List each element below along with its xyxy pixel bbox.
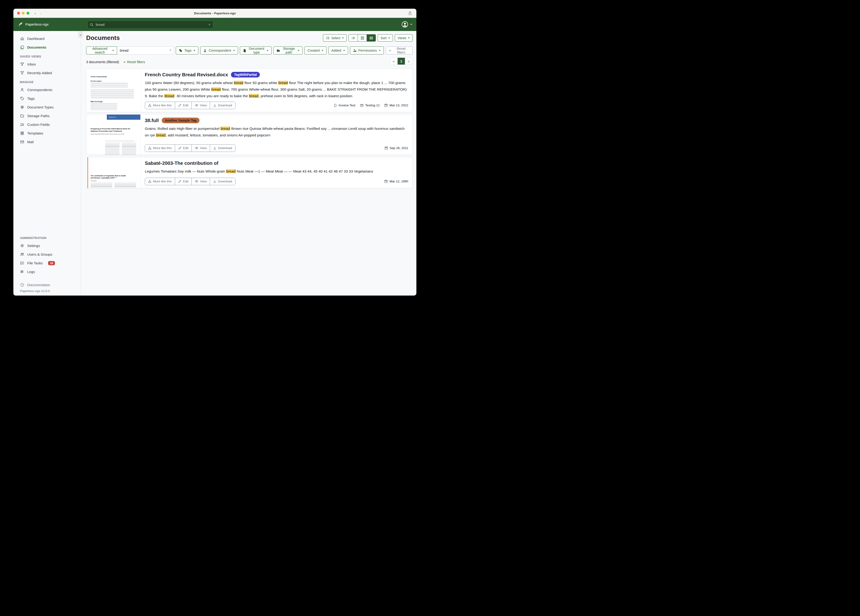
download-button[interactable]: Download: [210, 145, 235, 152]
download-icon: [213, 180, 217, 183]
sidebar-item-templates[interactable]: Templates: [13, 129, 81, 138]
user-menu[interactable]: [401, 21, 412, 28]
search-hit-highlight: bread: [211, 87, 221, 91]
caret-down-icon: [193, 50, 195, 51]
sidebar-item-storage-paths[interactable]: Storage Paths: [13, 112, 81, 120]
gear-icon: [20, 244, 24, 248]
custom-fields-icon: [20, 123, 24, 127]
envelope-icon: [20, 140, 24, 144]
folder-icon: [20, 114, 24, 118]
pagination-page-1[interactable]: 1: [397, 58, 405, 64]
pencil-icon: [178, 146, 181, 150]
view-mode-cards-button[interactable]: [367, 35, 375, 41]
document-created-date[interactable]: Mar 12, 1990: [384, 179, 408, 183]
sort-button[interactable]: Sort: [378, 34, 393, 42]
sidebar-item-dashboard[interactable]: Dashboard: [13, 34, 81, 43]
action-label: More like this: [153, 104, 172, 107]
funnel-icon: [20, 71, 24, 75]
documents-toolbar: Select: [323, 34, 413, 42]
document-title[interactable]: French Country Bread Revised.docx: [145, 72, 228, 77]
document-thumbnail[interactable]: French Country BreadFor the LeavenMake t…: [86, 69, 141, 112]
sidebar-item-correspondents[interactable]: Correspondents: [13, 85, 81, 94]
filter-correspondent-button[interactable]: Correspondent: [200, 47, 238, 55]
filter-query-input[interactable]: [117, 47, 174, 55]
sidebar-item-documents[interactable]: Documents: [13, 43, 81, 52]
back-button[interactable]: ‹: [35, 11, 36, 15]
edit-button[interactable]: Edit: [175, 145, 191, 152]
sidebar-item-inbox[interactable]: Inbox: [13, 60, 81, 69]
filter-permissions-button[interactable]: Permissions: [350, 47, 384, 55]
document-type[interactable]: Testing 12: [360, 104, 380, 107]
folder-fill-icon: [276, 49, 280, 52]
pagination-prev-button[interactable]: «: [390, 58, 397, 64]
document-thumbnail-page: Nutrition FYIPreparing to Prescribe Plan…: [86, 115, 140, 155]
views-button[interactable]: Views: [395, 34, 413, 42]
reset-filters-link[interactable]: Reset filters: [123, 60, 145, 64]
global-search-input[interactable]: [95, 22, 206, 27]
clear-search-icon[interactable]: [208, 23, 211, 26]
sidebar-item-users-groups[interactable]: Users & Groups: [13, 250, 81, 259]
sidebar-item-tags[interactable]: Tags: [13, 94, 81, 103]
minimize-button[interactable]: [22, 12, 25, 14]
sidebar-item-document-types[interactable]: Document Types: [13, 103, 81, 112]
document-thumbnail[interactable]: The contribution of vegetarian diets to …: [86, 157, 141, 188]
filter-tags-button[interactable]: Tags: [176, 47, 198, 55]
document-created-date[interactable]: Mar 13, 2022: [384, 104, 408, 107]
document-created-date[interactable]: Sep 26, 2011: [384, 146, 408, 150]
filter-document-type-button[interactable]: Document type: [240, 47, 271, 55]
sidebar-item-custom-fields[interactable]: Custom Fields: [13, 120, 81, 129]
brand[interactable]: Paperless-ngx: [18, 22, 49, 27]
document-title[interactable]: 38.full: [145, 118, 159, 123]
close-button[interactable]: [17, 12, 20, 14]
document-tag[interactable]: TagWithPartial: [231, 72, 260, 77]
documentation-link[interactable]: ? Documentation: [20, 283, 81, 287]
sidebar-item-file-tasks[interactable]: File Tasks16: [13, 259, 81, 267]
more-like-this-button[interactable]: More like this: [145, 145, 175, 152]
zoom-button[interactable]: [27, 12, 29, 14]
reset-filters-button[interactable]: Reset filters: [386, 47, 413, 55]
pagination-next-button[interactable]: »: [405, 58, 413, 64]
document-title[interactable]: Sabaté-2003-The contribution of: [145, 160, 218, 166]
pencil-icon: [178, 104, 181, 107]
hash-icon: [20, 105, 24, 109]
edit-button[interactable]: Edit: [175, 178, 191, 185]
download-button[interactable]: Download: [210, 102, 235, 109]
document-correspondent[interactable]: Invoice Test: [334, 104, 355, 107]
download-button[interactable]: Download: [210, 178, 235, 185]
edit-button[interactable]: Edit: [175, 102, 191, 109]
view-button[interactable]: View: [191, 102, 210, 109]
advanced-search-button[interactable]: Advanced search: [86, 47, 117, 55]
document-card: French Country BreadFor the LeavenMake t…: [86, 69, 413, 112]
select-button[interactable]: Select: [323, 34, 347, 42]
document-tag[interactable]: Another Sample Tag: [162, 118, 199, 123]
filter-created-button[interactable]: Created: [304, 47, 326, 55]
action-label: Download: [218, 146, 232, 150]
search-hit-highlight: bread: [226, 169, 236, 173]
filter-added-button[interactable]: Added: [328, 47, 348, 55]
caret-down-icon: [379, 50, 381, 51]
view-button[interactable]: View: [191, 178, 210, 185]
home-icon: [20, 37, 24, 41]
caret-down-icon: [112, 50, 114, 51]
share-icon[interactable]: [408, 11, 412, 16]
sidebar-item-label: Storage Paths: [27, 114, 50, 118]
sidebar-item-settings[interactable]: Settings: [13, 241, 81, 250]
sidebar-item-mail[interactable]: Mail: [13, 138, 81, 146]
forward-button[interactable]: ›: [40, 11, 41, 15]
caret-down-icon: [322, 50, 323, 51]
view-button[interactable]: View: [191, 145, 210, 152]
document-card: Nutrition FYIPreparing to Prescribe Plan…: [86, 114, 413, 155]
view-mode-list-button[interactable]: [349, 35, 358, 41]
clear-query-icon[interactable]: [169, 49, 172, 52]
more-like-this-button[interactable]: More like this: [145, 178, 175, 185]
user-avatar-icon: [401, 21, 408, 28]
document-thumbnail[interactable]: Nutrition FYIPreparing to Prescribe Plan…: [86, 115, 141, 155]
more-like-this-button[interactable]: More like this: [145, 102, 175, 109]
select-label: Select: [331, 36, 341, 40]
view-mode-grid-button[interactable]: [358, 35, 367, 41]
filter-storage-path-button[interactable]: Storage path: [273, 47, 303, 55]
sidebar-collapse-button[interactable]: «: [78, 31, 83, 38]
sidebar-item-recently-added[interactable]: Recently Added: [13, 69, 81, 77]
sidebar-item-logs[interactable]: Logs: [13, 267, 81, 276]
meta-label: Invoice Test: [339, 104, 355, 107]
